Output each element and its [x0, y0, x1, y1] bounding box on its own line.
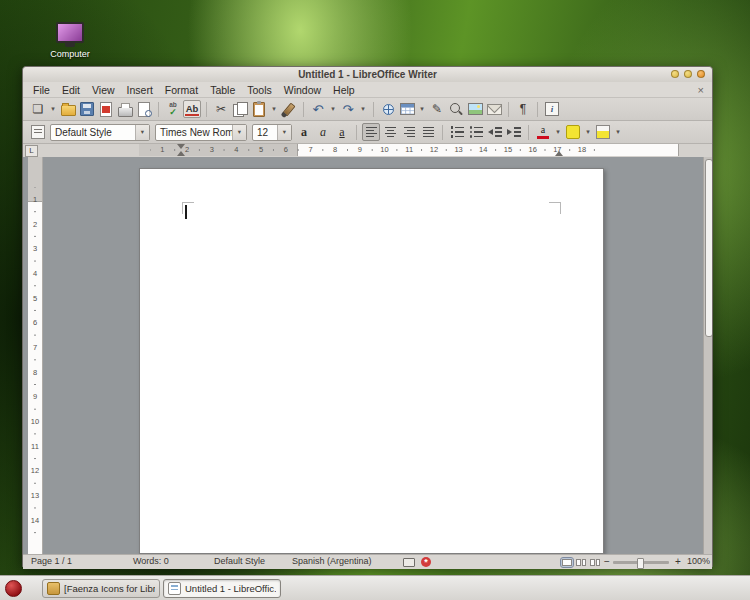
highlight-dropdown-icon[interactable]: ▾	[583, 123, 593, 141]
menu-item[interactable]: Format	[159, 82, 204, 98]
desktop-icon-computer[interactable]: Computer	[40, 22, 100, 59]
paragraph-style-select[interactable]: Default Style ▾	[50, 124, 150, 141]
close-button[interactable]	[697, 70, 705, 78]
ruler-number: 6	[28, 310, 42, 335]
document-page[interactable]	[139, 168, 604, 554]
draw-functions-icon[interactable]: ✎	[428, 100, 446, 118]
vertical-scrollbar[interactable]	[703, 157, 712, 554]
zoom-slider-thumb[interactable]	[637, 558, 644, 569]
ruler-number: 8	[323, 144, 348, 156]
ruler-number: 9	[28, 385, 42, 410]
zoom-slider[interactable]	[613, 561, 669, 564]
help-icon[interactable]: i	[543, 100, 561, 118]
language-status[interactable]: Spanish (Argentina)	[292, 555, 372, 568]
main-menu-button[interactable]	[5, 580, 22, 597]
ruler-number: 4	[28, 261, 42, 286]
font-dropdown-icon[interactable]: ▾	[232, 125, 246, 140]
ruler-number: 13	[446, 144, 471, 156]
cut-icon[interactable]: ✂	[212, 100, 230, 118]
paste-dropdown-icon[interactable]: ▾	[269, 100, 279, 118]
redo-icon[interactable]: ↷	[339, 100, 357, 118]
undo-icon[interactable]: ↶	[309, 100, 327, 118]
menu-item[interactable]: File	[27, 82, 56, 98]
font-color-icon[interactable]: a	[534, 123, 552, 141]
print-icon[interactable]	[116, 100, 134, 118]
ruler-number: 2	[28, 212, 42, 237]
copy-icon[interactable]	[231, 100, 249, 118]
style-dropdown-icon[interactable]: ▾	[135, 125, 149, 140]
size-dropdown-icon[interactable]: ▾	[277, 125, 291, 140]
print-preview-icon[interactable]	[135, 100, 153, 118]
close-document-icon[interactable]: ×	[694, 83, 708, 97]
table-dropdown-icon[interactable]: ▾	[417, 100, 427, 118]
zoom-out-button[interactable]: −	[604, 555, 610, 568]
desktop-icon-label: Computer	[40, 49, 100, 59]
bold-icon[interactable]: a	[295, 123, 313, 141]
export-pdf-icon[interactable]	[97, 100, 115, 118]
hyperlink-icon[interactable]	[379, 100, 397, 118]
single-page-view-icon[interactable]	[561, 558, 573, 567]
insert-table-icon[interactable]	[398, 100, 416, 118]
zoom-level[interactable]: 100%	[687, 555, 710, 568]
menu-item[interactable]: Window	[278, 82, 327, 98]
font-color-dropdown-icon[interactable]: ▾	[553, 123, 563, 141]
styles-and-formatting-icon[interactable]	[29, 123, 47, 141]
font-size-select[interactable]: 12 ▾	[252, 124, 292, 141]
right-indent-marker[interactable]	[555, 151, 563, 156]
underline-icon[interactable]: a	[333, 123, 351, 141]
mail-document-icon[interactable]	[485, 100, 503, 118]
left-indent-marker[interactable]	[177, 151, 185, 156]
align-right-icon[interactable]	[400, 123, 418, 141]
tab-stop-selector-icon[interactable]: L	[25, 145, 38, 157]
bullet-list-icon[interactable]	[467, 123, 485, 141]
find-replace-icon[interactable]	[447, 100, 465, 118]
increase-indent-icon[interactable]	[505, 123, 523, 141]
menu-item[interactable]: Insert	[121, 82, 159, 98]
first-line-indent-marker[interactable]	[177, 144, 185, 149]
new-document-icon[interactable]: ❏	[29, 100, 47, 118]
numbered-list-icon[interactable]	[448, 123, 466, 141]
italic-icon[interactable]: a	[314, 123, 332, 141]
open-icon[interactable]	[59, 100, 77, 118]
paragraph-style-value: Default Style	[51, 127, 135, 138]
menu-item[interactable]: Edit	[56, 82, 86, 98]
page-style[interactable]: Default Style	[214, 555, 265, 568]
align-left-icon[interactable]	[362, 123, 380, 141]
zoom-in-button[interactable]: +	[675, 555, 681, 568]
background-color-dropdown-icon[interactable]: ▾	[613, 123, 623, 141]
decrease-indent-icon[interactable]	[486, 123, 504, 141]
minimize-button[interactable]	[671, 70, 679, 78]
ruler-number: 8	[28, 360, 42, 385]
taskbar-button-files[interactable]: [Faenza Icons for Libr...	[42, 579, 160, 598]
spelling-icon[interactable]: ab✓	[164, 100, 182, 118]
scrollbar-thumb[interactable]	[705, 159, 712, 337]
toolbar-separator	[528, 125, 529, 140]
menu-item[interactable]: Table	[204, 82, 241, 98]
undo-dropdown-icon[interactable]: ▾	[328, 100, 338, 118]
font-name-select[interactable]: Times New Roman ▾	[155, 124, 247, 141]
multi-page-view-icon[interactable]	[575, 558, 587, 567]
background-color-icon[interactable]	[594, 123, 612, 141]
paste-icon[interactable]	[250, 100, 268, 118]
writer-document-icon	[168, 582, 181, 595]
auto-spellcheck-icon[interactable]: Ab	[183, 100, 201, 118]
document-modified-icon[interactable]: *	[421, 557, 431, 567]
menu-item[interactable]: View	[86, 82, 121, 98]
taskbar-button-writer[interactable]: Untitled 1 - LibreOffic...	[163, 579, 281, 598]
clone-formatting-icon[interactable]	[280, 100, 298, 118]
save-icon[interactable]	[78, 100, 96, 118]
maximize-button[interactable]	[684, 70, 692, 78]
menu-item[interactable]: Help	[327, 82, 361, 98]
highlight-color-icon[interactable]	[564, 123, 582, 141]
word-count[interactable]: Words: 0	[133, 555, 169, 568]
selection-mode-icon[interactable]	[403, 558, 415, 567]
formatting-marks-icon[interactable]: ¶	[514, 100, 532, 118]
menu-item[interactable]: Tools	[241, 82, 278, 98]
page-count[interactable]: Page 1 / 1	[31, 555, 72, 568]
redo-dropdown-icon[interactable]: ▾	[358, 100, 368, 118]
book-view-icon[interactable]	[589, 558, 601, 567]
gallery-icon[interactable]	[466, 100, 484, 118]
align-center-icon[interactable]	[381, 123, 399, 141]
justify-icon[interactable]	[419, 123, 437, 141]
new-dropdown-icon[interactable]: ▾	[48, 100, 58, 118]
